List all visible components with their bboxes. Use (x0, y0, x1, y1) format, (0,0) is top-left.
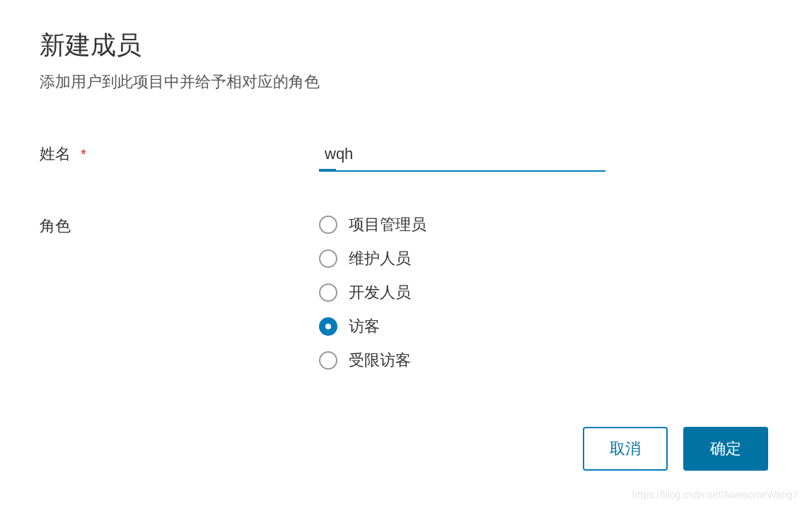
radio-label: 开发人员 (349, 282, 411, 303)
radio-label: 访客 (349, 316, 380, 337)
radio-circle-icon (319, 283, 337, 302)
name-label-text: 姓名 (40, 145, 71, 163)
radio-item-guest[interactable]: 访客 (319, 316, 772, 337)
radio-label: 项目管理员 (349, 214, 427, 235)
form-row-role: 角色 项目管理员 维护人员 开发人员 访客 受限访客 (40, 214, 772, 371)
radio-label: 受限访客 (349, 350, 411, 371)
radio-item-restricted-guest[interactable]: 受限访客 (319, 350, 772, 371)
radio-circle-icon (319, 249, 337, 268)
watermark: https://blog.csdn.net/AwesomeWang7 (632, 489, 798, 500)
role-label: 角色 (40, 214, 319, 237)
confirm-button[interactable]: 确定 (683, 427, 768, 471)
radio-item-developer[interactable]: 开发人员 (319, 282, 772, 303)
radio-circle-icon (319, 317, 337, 336)
radio-circle-icon (319, 351, 337, 370)
cancel-button[interactable]: 取消 (583, 427, 668, 471)
name-input-wrapper (319, 142, 605, 172)
name-label: 姓名 * (40, 142, 319, 165)
radio-item-maintainer[interactable]: 维护人员 (319, 248, 772, 269)
dialog-subtitle: 添加用户到此项目中并给予相对应的角色 (40, 71, 772, 93)
radio-circle-icon (319, 216, 337, 234)
role-label-text: 角色 (40, 217, 71, 235)
radio-item-project-admin[interactable]: 项目管理员 (319, 214, 772, 235)
role-radio-group: 项目管理员 维护人员 开发人员 访客 受限访客 (319, 214, 772, 371)
dialog-title: 新建成员 (40, 28, 772, 63)
required-mark: * (81, 146, 86, 162)
name-input[interactable] (319, 142, 605, 170)
form-row-name: 姓名 * (40, 142, 772, 172)
radio-label: 维护人员 (349, 248, 411, 269)
button-row: 取消 确定 (583, 427, 768, 471)
